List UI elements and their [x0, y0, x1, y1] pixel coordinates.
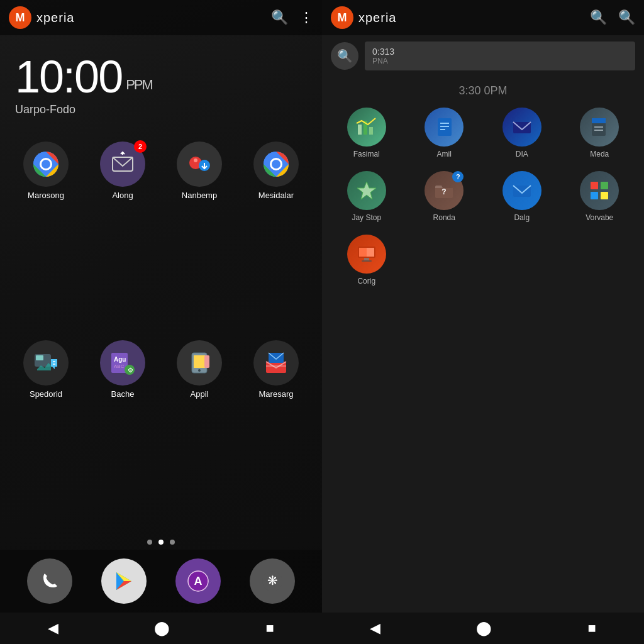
svg-rect-60: [359, 248, 367, 257]
right-panel: M xperia 🔍 🔍 🔍 0:313 PNA 3:30 0PM: [322, 0, 644, 644]
left-dock: A ❋: [0, 550, 322, 613]
left-search-button[interactable]: 🔍: [271, 11, 288, 25]
svg-rect-63: [362, 260, 372, 262]
svg-rect-48: [592, 118, 606, 123]
app-dalg[interactable]: Dalg: [486, 171, 558, 222]
app-ronda[interactable]: ? ? Ronda: [409, 171, 480, 222]
app-corig[interactable]: Corig: [331, 235, 402, 286]
app-corig-icon: [347, 235, 386, 274]
svg-rect-54: [591, 182, 598, 189]
app-jay-stop-icon: [347, 171, 386, 210]
svg-rect-29: [266, 365, 286, 367]
app-ronda-label: Ronda: [433, 213, 455, 222]
left-square-button[interactable]: ■: [266, 620, 274, 636]
app-fasimal[interactable]: Fasimal: [331, 108, 402, 158]
app-vorvabe-icon: [580, 171, 619, 210]
clock-digits: 10:00: [15, 54, 122, 99]
left-back-button[interactable]: ◀: [48, 620, 58, 636]
left-home-button[interactable]: ⬤: [154, 620, 170, 636]
app-dalg-label: Dalg: [514, 213, 530, 222]
app-dalg-icon: [502, 171, 541, 210]
search-hint-sub: PNA: [372, 57, 628, 65]
right-time-label: 3:30 0PM: [322, 77, 644, 101]
svg-point-7: [194, 158, 197, 162]
app-ronda-icon: ? ?: [425, 171, 464, 210]
dot-1: [147, 540, 152, 545]
right-app-row-2: Jay Stop ? ? Ronda Dalg: [322, 165, 644, 228]
right-home-button[interactable]: ⬤: [476, 620, 492, 636]
app-bache[interactable]: Agu ABC ⚙ Bache: [89, 340, 156, 529]
app-amil-icon: [425, 108, 464, 147]
svg-rect-14: [36, 355, 43, 360]
svg-marker-51: [357, 182, 376, 199]
search-hint-top: 0:313: [372, 47, 628, 57]
right-app-row-1: Fasimal Amil DIA: [322, 101, 644, 165]
app-dia-label: DIA: [516, 150, 528, 158]
right-back-button[interactable]: ◀: [370, 620, 380, 636]
right-logo: M: [331, 6, 353, 29]
app-fasimal-icon: [347, 108, 386, 147]
app-bache-label: Bache: [111, 389, 135, 399]
app-jay-stop-label: Jay Stop: [352, 213, 381, 222]
svg-text:A: A: [194, 575, 203, 587]
right-app-row-3: Corig: [322, 228, 644, 292]
svg-text:ABC: ABC: [114, 364, 125, 369]
app-dia[interactable]: DIA: [486, 108, 558, 158]
app-nanbemp-label: Nanbemp: [182, 191, 217, 200]
right-search-button-1[interactable]: 🔍: [590, 11, 607, 25]
dot-2: [158, 540, 164, 545]
svg-rect-24: [194, 355, 205, 368]
app-appil[interactable]: Appil: [166, 340, 233, 529]
app-along[interactable]: 2 Along: [89, 142, 156, 330]
right-search-icon[interactable]: 🔍: [331, 42, 358, 70]
right-search-area: 🔍 0:313 PNA: [322, 35, 644, 77]
app-spedorid[interactable]: Spedorid: [13, 340, 79, 529]
right-header: M xperia 🔍 🔍: [322, 0, 644, 35]
app-corig-label: Corig: [357, 277, 375, 286]
left-header-icons: 🔍 ⋮: [271, 11, 313, 25]
svg-point-25: [198, 369, 201, 372]
right-header-icons: 🔍 🔍: [590, 11, 635, 25]
dock-app1[interactable]: A: [175, 558, 221, 604]
app-fasimal-label: Fasimal: [353, 150, 380, 158]
right-search-box[interactable]: 0:313 PNA: [365, 42, 635, 70]
svg-rect-61: [367, 248, 374, 257]
right-square-button[interactable]: ■: [588, 620, 596, 636]
app-vorvabe-label: Vorvabe: [586, 213, 613, 222]
app-marosong[interactable]: Marosong: [13, 142, 79, 330]
app-maresarg-label: Maresarg: [259, 389, 294, 399]
app-vorvabe[interactable]: Vorvabe: [564, 171, 636, 222]
app-appil-label: Appil: [191, 389, 209, 399]
svg-rect-62: [364, 258, 369, 260]
dock-app2[interactable]: ❋: [250, 558, 295, 604]
app-dia-icon: [502, 108, 541, 147]
app-amil[interactable]: Amil: [409, 108, 480, 158]
app-along-badge: 2: [134, 140, 147, 153]
clock-time: 10:00 PPM: [15, 54, 307, 99]
svg-point-3: [42, 160, 50, 169]
dock-phone[interactable]: [27, 558, 72, 604]
dot-3: [170, 540, 175, 545]
app-nanbemp[interactable]: Nanbemp: [166, 142, 233, 330]
app-maresarg[interactable]: Maresarg: [243, 340, 309, 529]
app-meda-icon: [580, 108, 619, 147]
left-header: M xperia 🔍 ⋮: [0, 0, 322, 35]
left-title: xperia: [36, 11, 271, 25]
svg-rect-56: [591, 192, 598, 199]
left-nav-bar: ◀ ⬤ ■: [0, 613, 322, 644]
svg-text:⚙: ⚙: [128, 367, 133, 374]
app-mesidalar[interactable]: Mesidalar: [243, 142, 309, 330]
dock-play[interactable]: [101, 558, 147, 604]
right-search-button-2[interactable]: 🔍: [618, 11, 635, 25]
svg-point-12: [272, 160, 280, 169]
app-jay-stop[interactable]: Jay Stop: [331, 171, 402, 222]
right-nav-bar: ◀ ⬤ ■: [322, 613, 644, 644]
app-spedorid-label: Spedorid: [30, 389, 62, 399]
left-more-button[interactable]: ⋮: [299, 11, 313, 25]
page-dots: [0, 535, 322, 550]
svg-rect-57: [601, 192, 608, 199]
svg-rect-26: [204, 355, 209, 368]
app-meda-label: Meda: [590, 150, 609, 158]
app-amil-label: Amil: [437, 150, 452, 158]
app-meda[interactable]: Meda: [564, 108, 636, 158]
